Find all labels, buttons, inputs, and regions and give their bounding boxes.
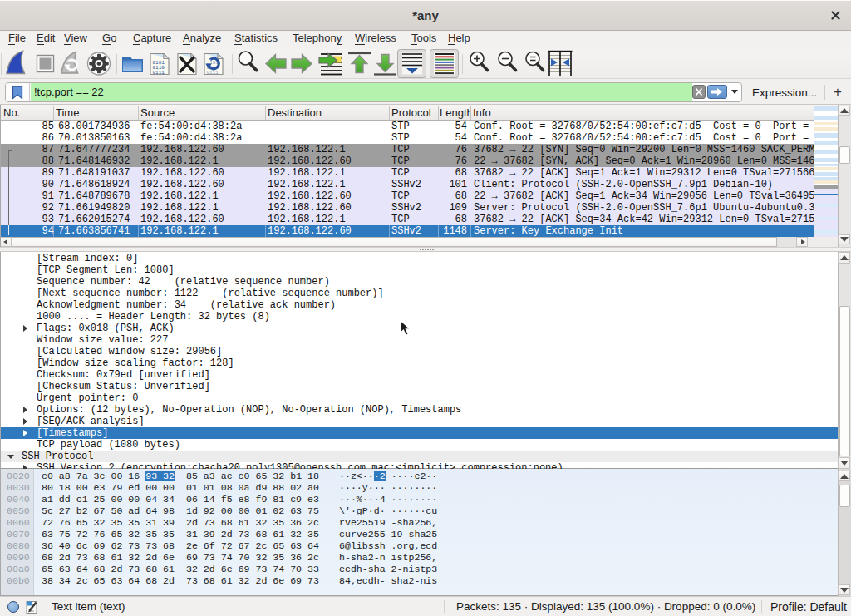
svg-text:0111: 0111 (207, 70, 219, 76)
svg-text:0111: 0111 (153, 70, 165, 76)
